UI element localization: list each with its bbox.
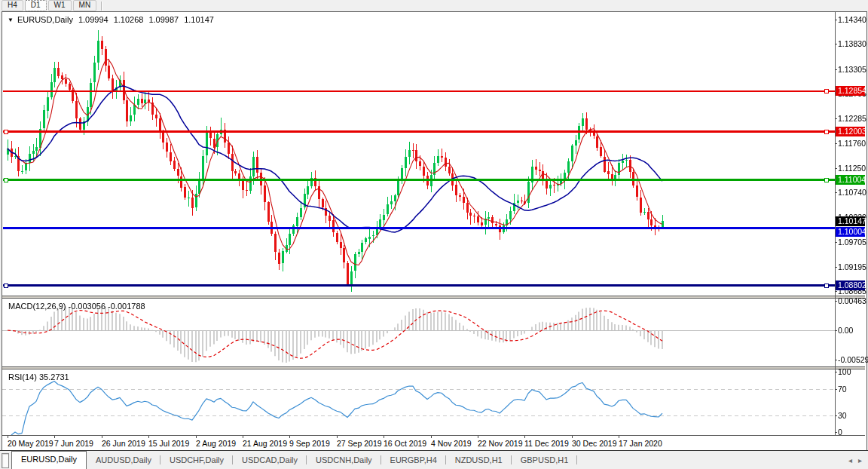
date-axis-tick: [196, 436, 197, 438]
price-level-badge: 1.08802: [836, 280, 865, 290]
date-axis-tick: [102, 436, 102, 438]
rsi-indicator-canvas[interactable]: [2, 369, 835, 435]
chart-title-bar: ▼ EURUSD,Daily 1.09994 1.10268 1.09987 1…: [8, 15, 214, 24]
date-axis-tick: [289, 436, 290, 438]
chart-area: ▼ EURUSD,Daily 1.09994 1.10268 1.09987 1…: [2, 11, 867, 451]
price-axis-tick: 1.13305: [838, 65, 865, 74]
line-endpoint-marker: [4, 178, 8, 182]
date-axis-label: 26 Jun 2019: [102, 439, 145, 448]
chart-tab-usdcnh-daily[interactable]: USDCNH,Daily: [307, 452, 381, 469]
indicator-axis-tick: 0.00463: [838, 296, 865, 305]
price-axis-tick: 1.11760: [838, 139, 865, 148]
timeframe-button-h4[interactable]: H4: [2, 0, 23, 11]
date-axis-label: 2 Aug 2019: [196, 439, 236, 448]
line-endpoint-marker: [824, 178, 829, 182]
horizontal-line-1.12003[interactable]: [3, 130, 835, 133]
date-axis-tick: [524, 436, 525, 438]
date-axis-label: 7 Jun 2019: [54, 439, 93, 448]
ohlc-close: 1.10147: [184, 15, 214, 24]
date-axis[interactable]: 20 May 20197 Jun 201926 Jun 201915 Jul 2…: [2, 436, 835, 449]
tab-nav-arrows: ◂▸: [848, 451, 868, 469]
date-axis-label: 16 Oct 2019: [384, 439, 426, 448]
date-axis-tick: [572, 436, 573, 438]
price-axis-tick: 1.11250: [838, 164, 865, 173]
date-axis-tick: [148, 436, 149, 438]
mt4-window: H4D1W1MN ▼ EURUSD,Daily 1.09994 1.10268 …: [0, 0, 868, 469]
date-axis-label: 21 Aug 2019: [243, 439, 287, 448]
indicator-axis-tick: 0.00: [838, 326, 865, 335]
date-axis-label: 22 Nov 2019: [478, 439, 523, 448]
price-chart-canvas[interactable]: [2, 12, 835, 296]
date-axis-tick: [619, 436, 619, 438]
chart-tab-eurgbp-h4[interactable]: EURGBP,H4: [381, 452, 446, 469]
date-axis-label: 11 Dec 2019: [524, 439, 569, 448]
date-axis-tick: [337, 436, 338, 438]
price-axis-tick: 1.12285: [838, 114, 865, 123]
price-axis-tick: 1.13830: [838, 39, 865, 48]
chart-tab-audusd-daily[interactable]: AUDUSD,Daily: [87, 452, 160, 469]
timeframe-toolbar: H4D1W1MN: [0, 0, 868, 11]
line-endpoint-marker: [824, 130, 829, 134]
date-axis-label: 20 May 2019: [8, 439, 53, 448]
date-axis-label: 4 Nov 2019: [431, 439, 472, 448]
price-level-badge: 1.11004: [836, 175, 865, 185]
ohlc-low: 1.09987: [148, 15, 179, 24]
chart-tab-eurusd-daily[interactable]: EURUSD,Daily: [11, 451, 87, 469]
date-axis-label: 30 Dec 2019: [572, 439, 617, 448]
chart-tab-usdcad-daily[interactable]: USDCAD,Daily: [233, 452, 307, 469]
indicator-axis-tick: 30: [838, 411, 865, 420]
pane-separator[interactable]: [2, 366, 865, 369]
date-axis-label: 17 Jan 2020: [619, 439, 662, 448]
line-endpoint-marker: [824, 284, 829, 288]
date-axis-tick: [243, 436, 243, 438]
line-endpoint-marker: [4, 284, 8, 288]
date-axis-tick: [384, 436, 384, 438]
timeframe-button-d1[interactable]: D1: [25, 0, 47, 11]
price-axis-tick: 1.14340: [838, 15, 865, 24]
date-axis-tick: [478, 436, 478, 438]
date-axis-label: 15 Jul 2019: [148, 439, 189, 448]
date-axis-tick: [8, 436, 8, 438]
horizontal-line-1.11004[interactable]: [3, 179, 835, 181]
timeframe-button-mn[interactable]: MN: [73, 0, 97, 11]
macd-name: MACD(12,26,9): [8, 302, 66, 311]
date-axis-label: 9 Sep 2019: [289, 439, 330, 448]
price-level-badge: 1.10147: [836, 216, 865, 226]
price-axis-tick: 1.09195: [838, 262, 865, 271]
horizontal-line-1.08802[interactable]: [3, 284, 835, 287]
ohlc-open: 1.09994: [78, 15, 108, 24]
rsi-name: RSI(14): [8, 372, 37, 382]
tab-scroll-right-icon[interactable]: ▸: [858, 456, 862, 464]
chevron-down-icon: ▼: [8, 17, 14, 23]
price-level-badge: 1.12854: [836, 86, 865, 96]
chart-symbol-label: EURUSD,Daily: [17, 15, 73, 24]
macd-signal-value: -0.001788: [108, 302, 145, 311]
chart-tab-gbpusd-h1[interactable]: GBPUSD,H1: [512, 452, 578, 469]
chart-tab-nzdusd-h1[interactable]: NZDUSD,H1: [446, 452, 512, 469]
date-axis-tick: [431, 436, 432, 438]
indicator-axis-tick: -0.005299: [838, 355, 865, 364]
chart-tab-usdchf-daily[interactable]: USDCHF,Daily: [160, 452, 233, 469]
line-endpoint-marker: [824, 89, 829, 93]
chart-tab-bar: EURUSD,DailyAUDUSD,DailyUSDCHF,DailyUSDC…: [0, 450, 868, 469]
toolbar-separator: [101, 2, 102, 11]
indicator-axis-tick: 0: [838, 428, 865, 437]
indicator-axis-tick: 70: [838, 385, 865, 394]
tab-scroll-left-icon[interactable]: ◂: [848, 456, 852, 464]
pane-separator[interactable]: [2, 296, 865, 299]
rsi-value: 35.2731: [39, 372, 69, 382]
date-axis-tick: [54, 436, 55, 438]
macd-main-value: -0.003056: [68, 302, 105, 311]
tab-scroll-stub[interactable]: [2, 453, 9, 468]
price-axis-tick: 1.10740: [838, 188, 865, 197]
price-axis-tick: 1.09705: [838, 238, 865, 247]
horizontal-line-1.10004[interactable]: [3, 227, 835, 229]
rsi-indicator-label: RSI(14) 35.2731: [8, 372, 69, 382]
timeframe-button-w1[interactable]: W1: [48, 0, 72, 11]
line-endpoint-marker: [4, 130, 8, 134]
indicator-axis-tick: 100: [838, 367, 865, 376]
horizontal-line-1.12854[interactable]: [3, 90, 835, 92]
ohlc-high: 1.10268: [114, 15, 144, 24]
macd-indicator-label: MACD(12,26,9) -0.003056 -0.001788: [8, 302, 145, 311]
price-level-badge: 1.10004: [836, 227, 865, 237]
